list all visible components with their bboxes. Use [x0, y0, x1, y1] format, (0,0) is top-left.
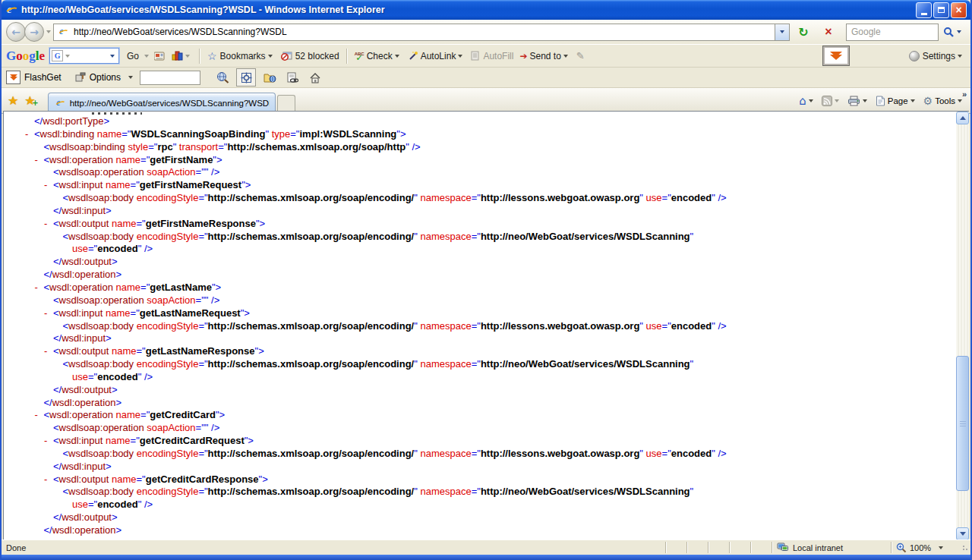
local-intranet-icon — [777, 543, 789, 552]
history-dropdown-icon[interactable] — [46, 30, 51, 33]
flashget-drop-target[interactable] — [822, 46, 850, 66]
collapse-marker[interactable]: - — [44, 473, 53, 486]
go-button[interactable]: Go — [127, 51, 139, 61]
zoom-dropdown-icon[interactable] — [939, 546, 943, 549]
google-toolbar: Google G Go — [2, 44, 970, 68]
collapse-marker[interactable]: - — [44, 179, 53, 192]
flashget-options-dropdown-icon[interactable] — [128, 76, 133, 79]
favorites-center-button[interactable]: ★ — [8, 93, 18, 108]
collapse-marker[interactable]: - — [35, 282, 44, 294]
news-button[interactable] — [154, 52, 166, 61]
flashget-search-input[interactable] — [140, 71, 203, 86]
zoom-magnifier-icon — [896, 543, 907, 553]
flashget-links-button[interactable] — [283, 69, 301, 86]
xml-line: </wsdl:operation> — [4, 397, 956, 410]
tools-menu-button[interactable]: ⚙ Tools — [920, 92, 967, 110]
collapse-marker[interactable]: - — [25, 128, 34, 141]
tools-hammer-icon — [75, 72, 87, 83]
flashget-search-box[interactable] — [140, 71, 200, 85]
rss-feed-icon — [822, 96, 832, 106]
search-go-button[interactable] — [940, 23, 966, 42]
scroll-down-button[interactable] — [956, 527, 969, 540]
resize-grip[interactable] — [960, 542, 970, 553]
google-search-dropdown-icon[interactable] — [110, 55, 115, 58]
xml-line: -<wsdl:output name="getFirstNameResponse… — [4, 218, 956, 231]
status-bar: Done Local intranet 100% — [2, 540, 970, 555]
popup-blocker-icon — [281, 51, 292, 61]
xml-line: <wsdlsoap:operation soapAction="" /> — [4, 294, 956, 307]
autofill-button[interactable]: AutoFill — [471, 51, 513, 61]
toolbar-overflow-button[interactable]: » — [962, 90, 967, 99]
status-cell — [686, 542, 708, 553]
search-options-icon[interactable] — [957, 30, 961, 33]
collapse-marker[interactable]: - — [35, 409, 44, 422]
google-search-history-icon[interactable] — [65, 55, 70, 58]
xml-line: <wsdlsoap:body encodingStyle="http://sch… — [4, 231, 956, 244]
go-options-icon[interactable] — [144, 55, 149, 58]
collapse-marker[interactable]: - — [44, 345, 53, 358]
google-favicon-icon: G — [52, 50, 63, 61]
scrollbar-thumb[interactable] — [956, 356, 969, 491]
magnifier-icon — [943, 27, 955, 38]
settings-button[interactable]: Settings — [909, 51, 964, 61]
sendto-button[interactable]: ➔ Send to — [519, 51, 570, 61]
popup-blocker-button[interactable]: 52 blocked — [281, 51, 339, 61]
xml-line: </wsdl:input> — [4, 461, 956, 473]
address-dropdown-button[interactable] — [775, 24, 790, 41]
xml-line: </wsdl:output> — [4, 384, 956, 397]
minimize-button[interactable] — [916, 2, 932, 18]
collapse-marker[interactable]: - — [35, 154, 44, 167]
highlighter-button[interactable]: ✎ — [576, 50, 585, 61]
tab-active[interactable]: e http://neo/WebGoat/services/WSDLScanni… — [48, 93, 276, 113]
bookmarks-button[interactable]: ☆ Bookmarks — [207, 50, 275, 62]
page-menu-button[interactable]: Page — [873, 92, 920, 110]
feeds-button[interactable] — [819, 92, 844, 110]
folder-globe-icon — [264, 72, 276, 83]
add-favorite-button[interactable]: ★+ — [24, 93, 35, 108]
address-input[interactable] — [72, 26, 772, 38]
gear-icon: ⚙ — [923, 95, 933, 107]
forward-button[interactable]: → — [24, 22, 44, 42]
printer-icon — [847, 96, 860, 106]
spellcheck-button[interactable]: ABC ✓ Check — [355, 51, 402, 61]
google-logo[interactable]: Google — [6, 49, 45, 64]
stop-button[interactable]: × — [817, 22, 840, 42]
close-button[interactable]: × — [951, 2, 967, 18]
xml-line: -<wsdl:input name="getCreditCardRequest"… — [4, 435, 956, 448]
scroll-up-button[interactable] — [956, 112, 969, 124]
wand-icon — [408, 51, 418, 61]
xml-line: </wsdl:operation> — [4, 269, 956, 282]
address-bar[interactable]: e — [53, 24, 775, 41]
sendto-icon: ➔ — [519, 51, 527, 61]
flashget-search-button[interactable] — [213, 69, 232, 86]
flashget-options-button[interactable]: Options — [75, 72, 121, 83]
xml-line: -<wsdl:binding name="WSDLScanningSoapBin… — [4, 128, 956, 141]
xml-line: <wsdlsoap:body encodingStyle="http://sch… — [4, 192, 956, 205]
title-bar: e http://neo/WebGoat/services/WSDLScanni… — [2, 0, 970, 20]
refresh-button[interactable]: ↻ — [792, 22, 815, 42]
search-box[interactable] — [846, 24, 939, 41]
flashget-button[interactable] — [6, 71, 21, 84]
print-button[interactable] — [844, 92, 873, 110]
flashget-monitor-button[interactable] — [236, 68, 256, 87]
autolink-button[interactable]: AutoLink — [408, 51, 465, 61]
collapse-marker[interactable]: - — [44, 435, 53, 448]
status-cell — [708, 542, 729, 553]
page-icon — [876, 96, 885, 106]
xml-line: -<wsdl:output name="getLastNameResponse"… — [4, 345, 956, 358]
plus-icon: + — [32, 99, 38, 107]
search-input[interactable] — [850, 26, 935, 38]
collapse-marker[interactable]: - — [44, 307, 53, 320]
page-content: </wsdl:portType>-<wsdl:binding name="WSD… — [3, 111, 969, 540]
zoom-control[interactable]: 100% — [891, 542, 960, 553]
pagerank-button[interactable] — [172, 51, 192, 61]
back-button[interactable]: ← — [6, 22, 26, 42]
home-button[interactable]: ⌂ — [796, 92, 819, 110]
restore-button[interactable] — [933, 2, 949, 18]
google-search-box[interactable]: G — [49, 48, 119, 64]
vertical-scrollbar[interactable] — [956, 112, 969, 540]
collapse-marker[interactable]: - — [44, 218, 53, 231]
flashget-home-button[interactable] — [306, 69, 324, 86]
google-search-input[interactable] — [72, 51, 108, 61]
flashget-folder-button[interactable] — [260, 69, 279, 86]
